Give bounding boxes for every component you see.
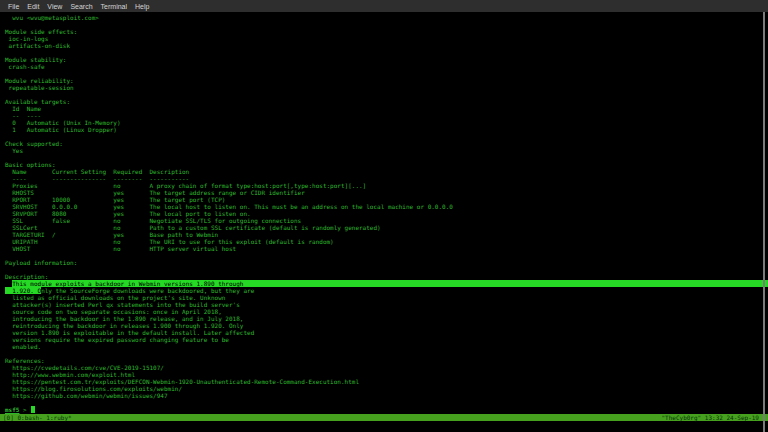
terminal-line: 1 Automatic (Linux Dropper) bbox=[5, 126, 768, 133]
terminal-line bbox=[5, 154, 768, 161]
terminal-line: Name Current Setting Required Descriptio… bbox=[5, 168, 768, 175]
terminal-line: TARGETURI / yes Base path to Webmin bbox=[5, 231, 768, 238]
terminal-line: Payload information: bbox=[5, 259, 768, 266]
terminal-line bbox=[5, 266, 768, 273]
terminal-line: Yes bbox=[5, 147, 768, 154]
terminal-line: 1.920. Only the SourceForge downloads we… bbox=[5, 287, 768, 294]
menu-file[interactable]: File bbox=[4, 3, 23, 10]
terminal-line: Proxies no A proxy chain of format type:… bbox=[5, 182, 768, 189]
terminal-line bbox=[5, 70, 768, 77]
menu-bar: File Edit View Search Terminal Help bbox=[0, 0, 768, 12]
terminal-output: wvu <wvu@metasploit.com>Module side effe… bbox=[5, 14, 768, 406]
terminal-line: https://blog.firosolutions.com/exploits/… bbox=[5, 385, 768, 392]
terminal-line bbox=[5, 49, 768, 56]
prompt-label: msf5 bbox=[5, 406, 19, 413]
terminal-line: introducing the backdoor in the 1.890 re… bbox=[5, 315, 768, 322]
terminal-line bbox=[5, 399, 768, 406]
terminal-screen[interactable]: wvu <wvu@metasploit.com>Module side effe… bbox=[0, 12, 768, 432]
terminal-line: References: bbox=[5, 357, 768, 364]
selected-text: This module exploits a backdoor in Webmi… bbox=[12, 280, 768, 287]
terminal-window: File Edit View Search Terminal Help wvu … bbox=[0, 0, 768, 432]
terminal-line: SRVPORT 8080 yes The local port to liste… bbox=[5, 210, 768, 217]
terminal-line bbox=[5, 133, 768, 140]
menu-search[interactable]: Search bbox=[66, 3, 96, 10]
terminal-line: Description: bbox=[5, 273, 768, 280]
terminal-line: attacker(s) inserted Perl qx statements … bbox=[5, 301, 768, 308]
terminal-line: wvu <wvu@metasploit.com> bbox=[5, 14, 768, 21]
terminal-line: listed as official downloads on the proj… bbox=[5, 294, 768, 301]
terminal-line: RHOSTS yes The target address range or C… bbox=[5, 189, 768, 196]
text-segment: nly the SourceForge downloads were backd… bbox=[41, 287, 254, 294]
terminal-line: Module reliability: bbox=[5, 77, 768, 84]
terminal-line: Available targets: bbox=[5, 98, 768, 105]
terminal-line: source code on two separate occasions: o… bbox=[5, 308, 768, 315]
prompt-suffix: > bbox=[19, 406, 30, 413]
terminal-line: 0 Automatic (Unix In-Memory) bbox=[5, 119, 768, 126]
terminal-line: enabled. bbox=[5, 343, 768, 350]
terminal-line: https://github.com/webmin/webmin/issues/… bbox=[5, 392, 768, 399]
terminal-line: repeatable-session bbox=[5, 84, 768, 91]
terminal-line bbox=[5, 252, 768, 259]
menu-terminal[interactable]: Terminal bbox=[97, 3, 131, 10]
tmux-host-time: "TheCyb0rg" 13:32 24-Sep-19 bbox=[661, 414, 759, 421]
terminal-line: This module exploits a backdoor in Webmi… bbox=[5, 280, 768, 287]
scrollbar[interactable] bbox=[763, 12, 765, 432]
terminal-line: Module stability: bbox=[5, 56, 768, 63]
prompt-line: msf5 > bbox=[5, 406, 768, 413]
terminal-line: ---- --------------- -------- ----------… bbox=[5, 175, 768, 182]
terminal-line bbox=[5, 91, 768, 98]
terminal-line: SRVHOST 0.0.0.0 yes The local host to li… bbox=[5, 203, 768, 210]
terminal-line: http://www.webmin.com/exploit.html bbox=[5, 371, 768, 378]
selected-text: 1.920. O bbox=[5, 287, 41, 294]
terminal-line: https://cvedetails.com/cve/CVE-2019-1510… bbox=[5, 364, 768, 371]
terminal-line: VHOST no HTTP server virtual host bbox=[5, 245, 768, 252]
terminal-line: reintroducing the backdoor in releases 1… bbox=[5, 322, 768, 329]
menu-edit[interactable]: Edit bbox=[23, 3, 43, 10]
terminal-line: versions require the expired password ch… bbox=[5, 336, 768, 343]
tmux-window-list: [0] 0:bash- 1:ruby* bbox=[3, 414, 72, 421]
text-cursor bbox=[31, 406, 35, 413]
terminal-line: artifacts-on-disk bbox=[5, 42, 768, 49]
terminal-line: URIPATH no The URI to use for this explo… bbox=[5, 238, 768, 245]
tmux-status-bar: [0] 0:bash- 1:ruby* "TheCyb0rg" 13:32 24… bbox=[0, 414, 768, 421]
terminal-line bbox=[5, 350, 768, 357]
terminal-line: ioc-in-logs bbox=[5, 35, 768, 42]
terminal-line: SSLCert no Path to a custom SSL certific… bbox=[5, 224, 768, 231]
terminal-line: crash-safe bbox=[5, 63, 768, 70]
terminal-line: Basic options: bbox=[5, 161, 768, 168]
terminal-line: Id Name bbox=[5, 105, 768, 112]
terminal-line: Module side effects: bbox=[5, 28, 768, 35]
terminal-line: Check supported: bbox=[5, 140, 768, 147]
terminal-line bbox=[5, 21, 768, 28]
terminal-line: https://pentest.com.tr/exploits/DEFCON-W… bbox=[5, 378, 768, 385]
terminal-line: -- ---- bbox=[5, 112, 768, 119]
text-segment bbox=[5, 280, 12, 287]
menu-view[interactable]: View bbox=[43, 3, 66, 10]
terminal-line: SSL false no Negotiate SSL/TLS for outgo… bbox=[5, 217, 768, 224]
terminal-line: version 1.890 is exploitable in the defa… bbox=[5, 329, 768, 336]
terminal-line: RPORT 10000 yes The target port (TCP) bbox=[5, 196, 768, 203]
menu-help[interactable]: Help bbox=[131, 3, 153, 10]
